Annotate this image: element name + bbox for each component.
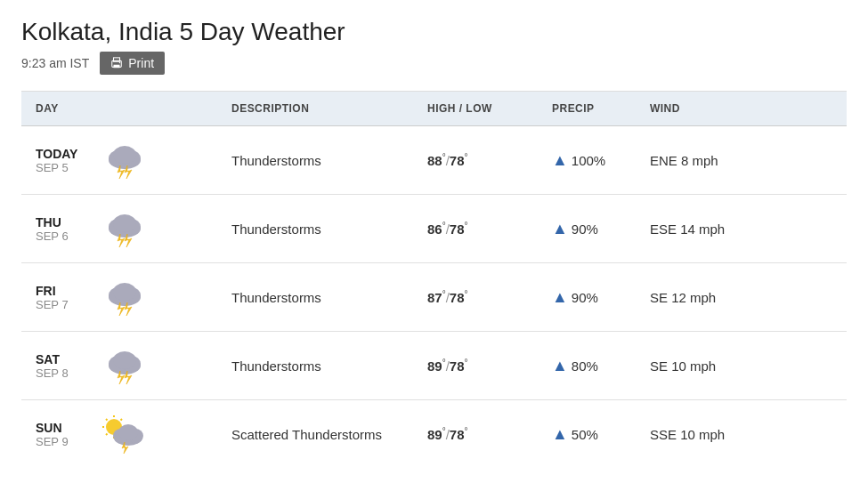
day-name: SUN: [36, 421, 89, 435]
svg-point-19: [113, 283, 136, 301]
table-row: SUN SEP 9 Scattered: [21, 400, 847, 469]
col-header-day: DAY: [21, 92, 217, 126]
day-name: FRI: [36, 284, 89, 298]
precip-value: 90%: [572, 290, 598, 305]
day-cell-0: TODAY SEP 5: [21, 126, 217, 195]
highlow-cell: 89°/78°: [413, 400, 538, 469]
col-header-wind: WIND: [636, 92, 847, 126]
table-row: SAT SEP 8 Thunderstorms 89°/78° ▲: [21, 332, 847, 400]
precip-cell: ▲ 80%: [538, 332, 636, 400]
description-cell: Thunderstorms: [217, 263, 413, 332]
weather-icon: [96, 276, 153, 318]
precip-cell: ▲ 90%: [538, 195, 636, 263]
print-icon: [110, 57, 123, 69]
wind-cell: ENE 8 mph: [636, 126, 847, 195]
wind-cell: SE 12 mph: [636, 263, 847, 332]
weather-icon: [96, 139, 153, 181]
day-name: TODAY: [36, 147, 89, 161]
description-cell: Scattered Thunderstorms: [217, 400, 413, 469]
svg-point-7: [113, 146, 136, 164]
day-name: THU: [36, 215, 89, 229]
svg-rect-2: [114, 65, 120, 68]
weather-table: DAY DESCRIPTION HIGH / LOW PRECIP WIND T…: [21, 91, 847, 468]
weather-icon: [96, 207, 153, 250]
day-cell-3: SAT SEP 8: [21, 332, 217, 400]
description-cell: Thunderstorms: [217, 195, 413, 263]
time-display: 9:23 am IST: [21, 56, 89, 70]
table-row: FRI SEP 7 Thunderstorms 87°/78° ▲: [21, 263, 847, 332]
precip-drop-icon: ▲: [552, 152, 568, 168]
day-cell-1: THU SEP 6: [21, 195, 217, 263]
day-date: SEP 6: [36, 229, 89, 243]
day-name: SAT: [36, 352, 89, 366]
svg-line-36: [106, 434, 108, 436]
precip-drop-icon: ▲: [552, 426, 568, 442]
weather-icon: [96, 413, 153, 455]
col-header-desc: DESCRIPTION: [217, 92, 413, 126]
svg-point-40: [118, 424, 138, 440]
precip-value: 100%: [572, 153, 605, 168]
precip-value: 50%: [572, 427, 598, 442]
page-title: Kolkata, India 5 Day Weather: [21, 18, 847, 46]
precip-drop-icon: ▲: [552, 358, 568, 374]
day-date: SEP 9: [36, 435, 89, 448]
day-date: SEP 5: [36, 161, 89, 174]
precip-cell: ▲ 50%: [538, 400, 636, 469]
description-cell: Thunderstorms: [217, 332, 413, 400]
day-cell-4: SUN SEP 9: [21, 400, 217, 469]
wind-cell: SSE 10 mph: [636, 400, 847, 469]
weather-icon: [96, 344, 153, 387]
highlow-cell: 86°/78°: [413, 195, 538, 263]
print-button[interactable]: Print: [100, 52, 165, 75]
precip-value: 90%: [572, 221, 598, 237]
highlow-cell: 89°/78°: [413, 332, 538, 400]
precip-cell: ▲ 90%: [538, 263, 636, 332]
description-cell: Thunderstorms: [217, 126, 413, 195]
col-header-hl: HIGH / LOW: [413, 92, 538, 126]
svg-point-3: [119, 62, 120, 63]
wind-cell: ESE 14 mph: [636, 195, 847, 263]
day-date: SEP 8: [36, 366, 89, 380]
highlow-cell: 88°/78°: [413, 126, 538, 195]
precip-cell: ▲ 100%: [538, 126, 636, 195]
table-header-row: DAY DESCRIPTION HIGH / LOW PRECIP WIND: [21, 92, 847, 126]
table-row: THU SEP 6 Thunderstorms 86°/78° ▲: [21, 195, 847, 263]
svg-line-35: [121, 419, 123, 421]
wind-cell: SE 10 mph: [636, 332, 847, 400]
precip-drop-icon: ▲: [552, 289, 568, 305]
svg-point-25: [113, 351, 136, 369]
precip-drop-icon: ▲: [552, 221, 568, 237]
precip-value: 80%: [572, 358, 598, 374]
svg-point-13: [113, 214, 136, 232]
table-row: TODAY SEP 5 Thunderstorms 88°/78° ▲: [21, 126, 847, 195]
day-cell-2: FRI SEP 7: [21, 263, 217, 332]
highlow-cell: 87°/78°: [413, 263, 538, 332]
col-header-precip: PRECIP: [538, 92, 636, 126]
svg-line-33: [106, 419, 108, 421]
day-date: SEP 7: [36, 298, 89, 311]
print-label: Print: [128, 56, 154, 70]
